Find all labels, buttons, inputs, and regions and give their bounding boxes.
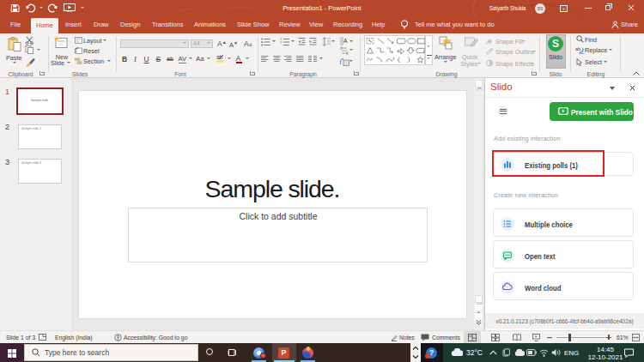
svg-text:ab: ab: [216, 54, 223, 60]
svg-text:A: A: [343, 38, 348, 44]
svg-text:2: 2: [280, 40, 283, 45]
